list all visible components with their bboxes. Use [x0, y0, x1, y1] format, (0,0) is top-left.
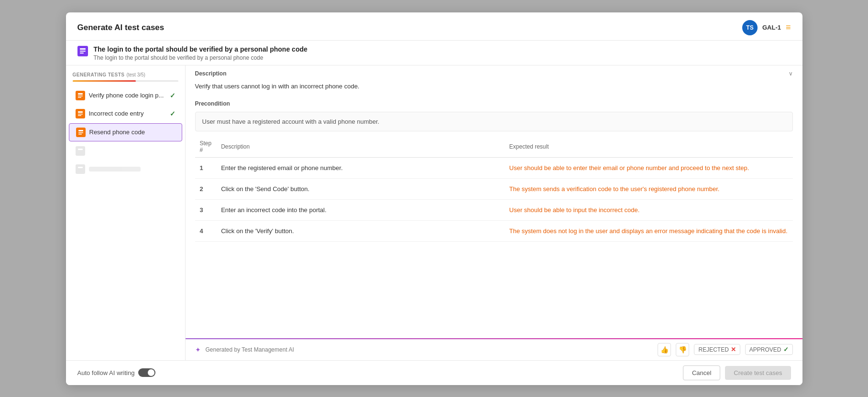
- table-row: 3 Enter an incorrect code into the porta…: [195, 199, 793, 220]
- thumbs-up-button[interactable]: 👍: [658, 343, 671, 356]
- svg-rect-12: [78, 149, 83, 150]
- test-icon-2: [76, 109, 85, 118]
- rejected-button[interactable]: REJECTED ✕: [694, 344, 740, 355]
- auto-follow-label: Auto follow AI writing: [77, 369, 135, 376]
- story-info: The login to the portal should be verifi…: [94, 45, 791, 61]
- modal-header: Generate AI test cases TS GAL-1 ≡: [66, 12, 802, 41]
- precondition-section: Precondition User must have a registered…: [195, 96, 793, 131]
- story-bar: The login to the portal should be verifi…: [66, 41, 802, 65]
- description-chevron[interactable]: ∨: [789, 70, 793, 77]
- step-number: 3: [195, 199, 217, 220]
- test-icon-4: [76, 146, 85, 156]
- generated-text: Generated by Test Management AI: [206, 346, 653, 353]
- sidebar-item-label-2: Incorrect code entry: [89, 110, 166, 117]
- sidebar-item-2[interactable]: Incorrect code entry ✓: [69, 105, 182, 122]
- modal-footer: Auto follow AI writing Cancel Create tes…: [66, 360, 802, 385]
- modal: Generate AI test cases TS GAL-1 ≡ The lo…: [66, 12, 802, 385]
- main-content: Description ∨ Verify that users cannot l…: [186, 65, 802, 360]
- svg-rect-6: [78, 111, 83, 113]
- story-description: The login to the portal should be verifi…: [94, 54, 791, 61]
- svg-rect-4: [78, 96, 83, 97]
- placeholder-line-5a: [89, 167, 141, 172]
- menu-icon[interactable]: ≡: [786, 22, 791, 32]
- progress-bar-fill: [73, 80, 136, 82]
- test-table: Step # Description Expected result 1 Ent…: [195, 137, 793, 242]
- test-icon-5: [76, 164, 85, 174]
- precondition-text: User must have a registered account with…: [202, 118, 786, 125]
- step-description: Click on the 'Verify' button.: [216, 220, 505, 241]
- svg-rect-5: [78, 97, 81, 98]
- modal-title: Generate AI test cases: [77, 23, 165, 32]
- svg-rect-9: [78, 130, 83, 131]
- create-test-cases-button[interactable]: Create test cases: [725, 366, 791, 380]
- step-description: Enter an incorrect code into the portal.: [216, 199, 505, 220]
- table-row: 2 Click on the 'Send Code' button. The s…: [195, 178, 793, 199]
- test-icon-3: [76, 128, 86, 137]
- table-row: 1 Enter the registered email or phone nu…: [195, 157, 793, 178]
- step-expected: The system does not log in the user and …: [505, 220, 793, 241]
- content-footer: ✦ Generated by Test Management AI 👍 👎 RE…: [186, 338, 802, 360]
- col-step: Step #: [195, 137, 217, 158]
- step-expected: The system sends a verification code to …: [505, 178, 793, 199]
- content-scroll[interactable]: Description ∨ Verify that users cannot l…: [186, 65, 802, 338]
- svg-rect-11: [78, 134, 82, 135]
- sidebar-item-5: [69, 161, 182, 178]
- modal-overlay: Generate AI test cases TS GAL-1 ≡ The lo…: [0, 0, 868, 397]
- auto-follow: Auto follow AI writing: [77, 368, 156, 377]
- description-label: Description: [195, 70, 227, 77]
- test-icon-1: [76, 91, 85, 100]
- svg-rect-7: [78, 114, 83, 115]
- col-description: Description: [216, 137, 505, 158]
- rejected-label: REJECTED: [698, 346, 728, 353]
- modal-body: GENERATING TESTS (test 3/5) Verify phone…: [66, 65, 802, 360]
- check-icon-2: ✓: [170, 110, 176, 118]
- auto-follow-toggle[interactable]: [138, 368, 155, 377]
- sidebar: GENERATING TESTS (test 3/5) Verify phone…: [66, 65, 186, 360]
- precondition-header: Precondition: [195, 96, 793, 110]
- approved-label: APPROVED: [749, 346, 781, 353]
- table-row: 4 Click on the 'Verify' button. The syst…: [195, 220, 793, 241]
- approved-button[interactable]: APPROVED ✓: [745, 344, 793, 355]
- precondition-label: Precondition: [195, 100, 230, 107]
- svg-rect-0: [80, 48, 86, 50]
- approved-check-icon: ✓: [783, 346, 789, 353]
- sidebar-header: GENERATING TESTS (test 3/5): [66, 72, 185, 86]
- story-title: The login to the portal should be verifi…: [94, 45, 791, 53]
- svg-rect-8: [78, 115, 81, 116]
- header-right: TS GAL-1 ≡: [742, 20, 791, 35]
- svg-rect-13: [78, 167, 83, 168]
- svg-rect-2: [80, 53, 84, 54]
- progress-bar-wrap: [73, 80, 178, 82]
- step-number: 4: [195, 220, 217, 241]
- step-expected: User should be able to enter their email…: [505, 157, 793, 178]
- avatar: TS: [742, 20, 758, 35]
- step-expected: User should be able to input the incorre…: [505, 199, 793, 220]
- col-expected: Expected result: [505, 137, 793, 158]
- sidebar-item-3[interactable]: Resend phone code: [69, 123, 182, 141]
- toggle-knob: [148, 369, 154, 376]
- sidebar-item-label-3: Resend phone code: [89, 129, 175, 136]
- story-icon: [77, 46, 88, 56]
- check-icon-1: ✓: [170, 92, 176, 99]
- ai-icon: ✦: [195, 346, 201, 354]
- step-number: 2: [195, 178, 217, 199]
- test-progress: (test 3/5): [126, 72, 145, 77]
- description-header: Description ∨: [195, 65, 793, 80]
- generating-label: GENERATING TESTS: [73, 72, 125, 77]
- step-description: Click on the 'Send Code' button.: [216, 178, 505, 199]
- svg-rect-3: [78, 93, 83, 95]
- cancel-button[interactable]: Cancel: [683, 365, 720, 380]
- sidebar-item-1[interactable]: Verify phone code login p... ✓: [69, 87, 182, 104]
- description-section: Description ∨ Verify that users cannot l…: [195, 65, 793, 93]
- gal-label: GAL-1: [762, 24, 781, 31]
- footer-actions: Cancel Create test cases: [683, 365, 791, 380]
- sidebar-item-label-1: Verify phone code login p...: [89, 92, 166, 99]
- thumbs-down-button[interactable]: 👎: [676, 343, 689, 356]
- step-description: Enter the registered email or phone numb…: [216, 157, 505, 178]
- rejected-x-icon: ✕: [731, 346, 736, 353]
- sidebar-item-4: [69, 142, 182, 160]
- precondition-box: User must have a registered account with…: [195, 112, 793, 131]
- description-text: Verify that users cannot log in with an …: [195, 80, 793, 93]
- step-number: 1: [195, 157, 217, 178]
- svg-rect-10: [78, 132, 83, 133]
